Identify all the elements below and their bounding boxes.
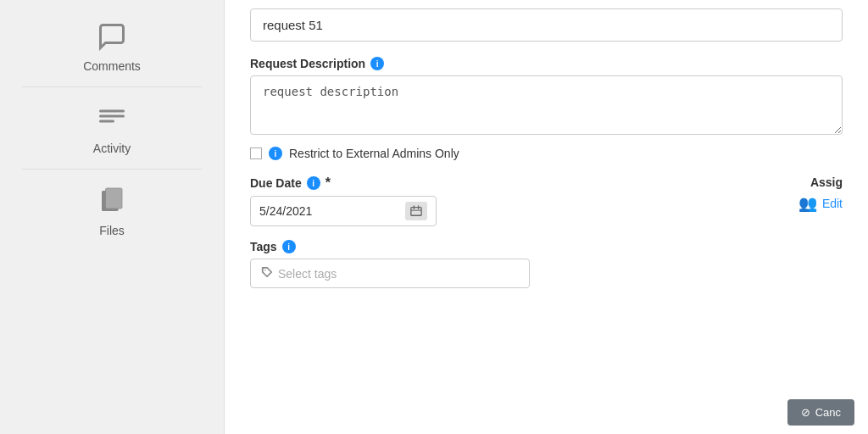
assign-row: 👥 Edit [564, 194, 843, 213]
assign-label: Assig [810, 175, 843, 189]
restrict-row: i Restrict to External Admins Only [250, 147, 843, 160]
sidebar-item-files[interactable]: Files [0, 173, 224, 248]
sidebar-divider-1 [22, 86, 201, 87]
cancel-icon: ⊘ [801, 406, 810, 419]
sidebar-divider-2 [22, 169, 201, 170]
restrict-checkbox[interactable] [250, 147, 262, 159]
request-description-info-icon[interactable]: i [370, 57, 384, 70]
calendar-icon[interactable] [405, 202, 427, 220]
request-description-label-row: Request Description i [250, 57, 843, 70]
tags-input[interactable]: Select tags [250, 259, 530, 288]
due-date-label-row: Due Date i * [250, 175, 530, 191]
due-date-required-star: * [326, 175, 331, 191]
restrict-info-icon[interactable]: i [269, 147, 282, 160]
tags-label: Tags [250, 240, 277, 253]
request-name-field[interactable]: request 51 [250, 8, 843, 42]
due-date-col: Due Date i * 5/24/2021 Tags i [250, 160, 530, 288]
due-date-input-wrapper[interactable]: 5/24/2021 [250, 196, 437, 226]
sidebar-item-comments[interactable]: Comments [0, 8, 224, 83]
activity-icon: path{stroke:#888;stroke-width:2;stroke-l… [94, 101, 130, 136]
request-description-textarea[interactable]: request description [250, 75, 843, 135]
files-icon [94, 183, 130, 219]
tags-label-row: Tags i [250, 240, 530, 253]
due-date-info-icon[interactable]: i [307, 176, 320, 190]
comments-icon [94, 19, 130, 54]
sidebar: Comments path{stroke:#888;stroke-width:2… [0, 0, 225, 434]
assign-users-icon: 👥 [798, 194, 817, 213]
main-content: request 51 Request Description i request… [225, 0, 868, 434]
cancel-label: Canc [815, 406, 841, 419]
tag-icon [261, 266, 273, 281]
bottom-bar: ⊘ Canc [774, 391, 868, 434]
sidebar-comments-label: Comments [83, 59, 141, 73]
edit-link[interactable]: Edit [822, 197, 843, 210]
svg-rect-1 [106, 188, 123, 209]
due-date-label: Due Date [250, 176, 302, 190]
assign-label-row: Assig [564, 175, 843, 189]
sidebar-files-label: Files [99, 224, 125, 237]
cancel-button[interactable]: ⊘ Canc [787, 399, 854, 426]
svg-rect-2 [411, 208, 421, 216]
request-description-label: Request Description [250, 57, 365, 70]
due-date-value: 5/24/2021 [259, 204, 400, 218]
sidebar-item-activity[interactable]: path{stroke:#888;stroke-width:2;stroke-l… [0, 91, 224, 165]
tags-placeholder: Select tags [278, 267, 337, 281]
svg-point-6 [264, 270, 266, 271]
tags-info-icon[interactable]: i [282, 240, 296, 253]
two-col-row: Due Date i * 5/24/2021 Tags i [250, 160, 843, 288]
sidebar-activity-label: Activity [93, 142, 131, 155]
restrict-label: Restrict to External Admins Only [289, 147, 459, 160]
assign-col: Assig 👥 Edit [564, 160, 843, 213]
